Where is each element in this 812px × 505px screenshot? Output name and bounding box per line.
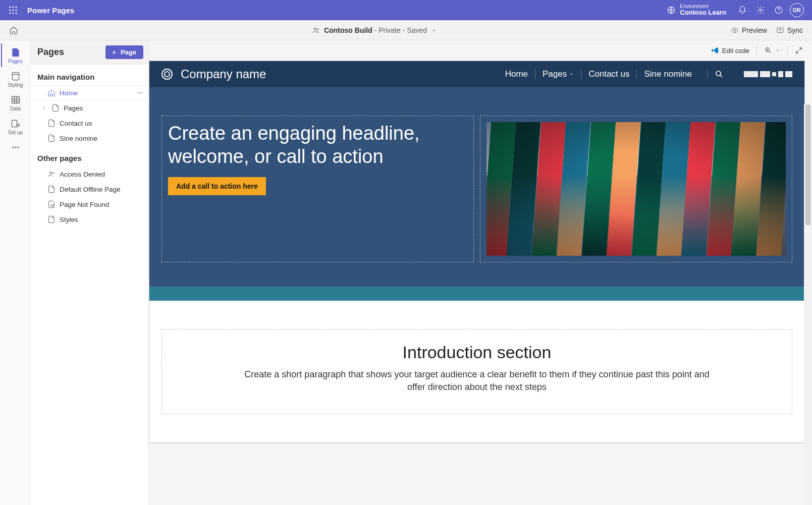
preview-nav-link[interactable]: Contact us xyxy=(581,69,637,79)
preview-button[interactable]: Preview xyxy=(731,26,767,34)
hero-cta-button[interactable]: Add a call to action here xyxy=(168,177,266,195)
pages-sidepanel: Pages Page Main navigation HomePagesCont… xyxy=(30,40,149,505)
hero-image-placeholder[interactable] xyxy=(486,122,786,256)
rail-pages-label: Pages xyxy=(8,59,22,64)
svg-point-27 xyxy=(52,173,54,174)
svg-point-10 xyxy=(760,9,762,12)
svg-point-5 xyxy=(16,10,17,11)
hero-text-column[interactable]: Create an engaging headline, welcome, or… xyxy=(161,116,474,262)
add-page-label: Page xyxy=(121,48,136,56)
zoom-button[interactable] xyxy=(764,46,780,54)
nav-item[interactable]: Default Offline Page xyxy=(30,182,148,197)
main-nav-heading: Main navigation xyxy=(30,65,148,85)
preview-navbar[interactable]: Company name HomePagesContact usSine nom… xyxy=(149,61,804,87)
svg-point-28 xyxy=(51,204,53,206)
nav-item-label: Sine nomine xyxy=(60,135,97,142)
app-launcher-icon[interactable] xyxy=(6,3,20,17)
chevron-down-icon xyxy=(775,48,780,53)
nav-item[interactable]: Sine nomine xyxy=(30,131,148,146)
preview-search-icon[interactable] xyxy=(707,70,731,79)
left-rail: Pages Styling Data Set up xyxy=(0,40,30,505)
avatar-initials: DR xyxy=(790,3,804,17)
svg-point-30 xyxy=(716,71,721,76)
rail-data[interactable]: Data xyxy=(1,91,29,115)
preview-hero-section[interactable]: Create an engaging headline, welcome, or… xyxy=(149,87,804,287)
chevron-down-icon xyxy=(431,27,437,33)
nav-item-label: Styles xyxy=(60,216,78,223)
hero-image-column[interactable] xyxy=(480,116,792,262)
svg-point-8 xyxy=(16,13,17,14)
eye-icon xyxy=(731,26,739,34)
svg-point-25 xyxy=(141,92,142,93)
expand-button[interactable] xyxy=(795,46,803,54)
notifications-icon[interactable] xyxy=(733,1,751,19)
more-icon[interactable] xyxy=(136,89,143,96)
svg-point-1 xyxy=(13,7,14,8)
preview-company-name[interactable]: Company name xyxy=(181,67,266,81)
sync-button[interactable]: Sync xyxy=(776,26,803,34)
preview-profile-placeholder[interactable] xyxy=(744,71,792,77)
nav-item[interactable]: Contact us xyxy=(30,116,148,131)
svg-point-4 xyxy=(13,10,14,11)
nav-item[interactable]: Pages xyxy=(30,100,148,116)
svg-point-0 xyxy=(10,7,11,8)
edit-code-button[interactable]: Edit code xyxy=(711,46,749,54)
svg-point-20 xyxy=(12,147,14,148)
nav-item[interactable]: Home xyxy=(30,85,148,100)
edit-code-label: Edit code xyxy=(722,47,749,54)
settings-icon[interactable] xyxy=(751,1,770,19)
preview-logo-icon xyxy=(161,69,173,80)
preview-divider-strip[interactable] xyxy=(149,287,804,301)
environment-name: Contoso Learn xyxy=(680,9,726,17)
add-page-button[interactable]: Page xyxy=(105,45,143,59)
environment-label: Environment xyxy=(680,4,726,10)
people-icon xyxy=(312,26,320,34)
environment-picker[interactable]: Environment Contoso Learn xyxy=(667,4,726,17)
svg-point-13 xyxy=(317,28,318,30)
svg-point-24 xyxy=(139,92,140,93)
rail-pages[interactable]: Pages xyxy=(1,43,29,67)
rail-setup-label: Set up xyxy=(8,130,23,135)
plus-icon xyxy=(111,49,118,56)
nav-item[interactable]: Access Denied xyxy=(30,166,148,182)
nav-item-label: Contact us xyxy=(60,120,92,127)
setup-icon xyxy=(11,119,21,129)
svg-point-3 xyxy=(10,10,11,11)
sync-icon xyxy=(776,26,784,34)
svg-point-6 xyxy=(10,13,11,14)
rail-data-label: Data xyxy=(10,106,21,111)
hero-headline[interactable]: Create an engaging headline, welcome, or… xyxy=(168,122,467,168)
svg-point-14 xyxy=(734,29,736,31)
user-avatar[interactable]: DR xyxy=(788,1,806,19)
site-status-dropdown[interactable]: Contoso Build - Private - Saved xyxy=(18,26,731,34)
sidepanel-title: Pages xyxy=(37,47,64,58)
svg-rect-17 xyxy=(12,96,19,103)
preview-nav-link[interactable]: Home xyxy=(498,69,535,79)
svg-rect-18 xyxy=(12,120,17,127)
nav-item-label: Default Offline Page xyxy=(60,186,121,193)
svg-rect-16 xyxy=(12,73,19,80)
svg-point-26 xyxy=(49,172,51,174)
ribbon-home-icon[interactable] xyxy=(9,26,18,35)
preview-nav-link[interactable]: Pages xyxy=(535,69,581,79)
preview-intro-section[interactable]: Introduction section Create a short para… xyxy=(149,301,804,442)
rail-setup[interactable]: Set up xyxy=(1,115,29,138)
intro-title[interactable]: Introduction section xyxy=(174,343,780,362)
help-icon[interactable] xyxy=(770,1,788,19)
intro-text[interactable]: Create a short paragraph that shows your… xyxy=(240,368,714,394)
rail-more[interactable] xyxy=(1,138,29,155)
nav-item[interactable]: Styles xyxy=(30,212,148,227)
preview-nav-link[interactable]: Sine nomine xyxy=(637,69,699,79)
vscode-icon xyxy=(711,46,719,54)
canvas-area: Edit code Company name HomePagesContact … xyxy=(149,40,812,505)
site-preview-frame: Company name HomePagesContact usSine nom… xyxy=(149,61,805,443)
rail-styling[interactable]: Styling xyxy=(1,67,29,91)
styling-icon xyxy=(11,71,21,81)
nav-item[interactable]: Page Not Found xyxy=(30,197,148,212)
canvas-scrollbar[interactable] xyxy=(804,104,812,505)
svg-point-23 xyxy=(138,92,139,93)
preview-label: Preview xyxy=(742,26,767,34)
svg-point-7 xyxy=(13,13,14,14)
nav-item-label: Page Not Found xyxy=(60,201,109,208)
app-brand: Power Pages xyxy=(27,6,74,15)
